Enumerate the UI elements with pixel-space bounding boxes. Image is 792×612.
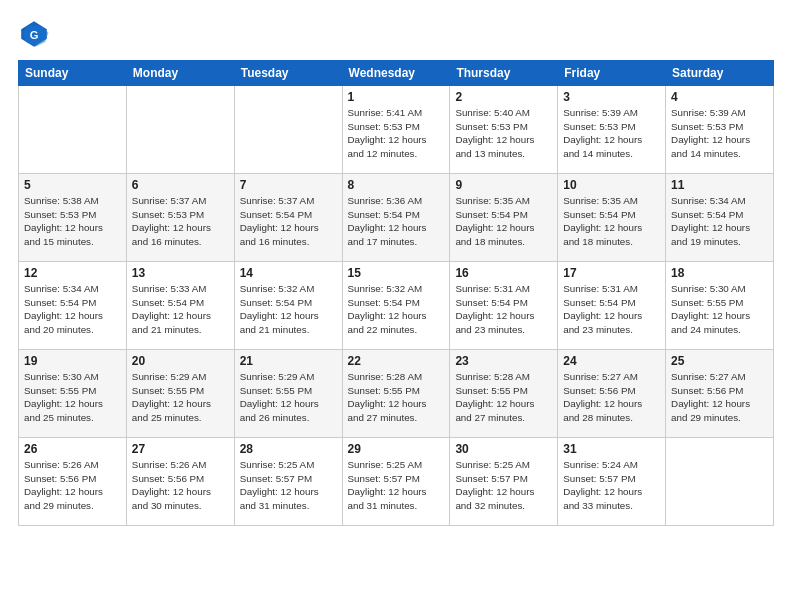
week-row-0: 1Sunrise: 5:41 AM Sunset: 5:53 PM Daylig… bbox=[19, 86, 774, 174]
day-cell: 14Sunrise: 5:32 AM Sunset: 5:54 PM Dayli… bbox=[234, 262, 342, 350]
week-row-2: 12Sunrise: 5:34 AM Sunset: 5:54 PM Dayli… bbox=[19, 262, 774, 350]
weekday-header-friday: Friday bbox=[558, 61, 666, 86]
day-info: Sunrise: 5:35 AM Sunset: 5:54 PM Dayligh… bbox=[563, 194, 660, 249]
day-number: 29 bbox=[348, 442, 445, 456]
day-info: Sunrise: 5:40 AM Sunset: 5:53 PM Dayligh… bbox=[455, 106, 552, 161]
weekday-header-saturday: Saturday bbox=[666, 61, 774, 86]
day-cell: 15Sunrise: 5:32 AM Sunset: 5:54 PM Dayli… bbox=[342, 262, 450, 350]
day-info: Sunrise: 5:26 AM Sunset: 5:56 PM Dayligh… bbox=[24, 458, 121, 513]
day-info: Sunrise: 5:28 AM Sunset: 5:55 PM Dayligh… bbox=[348, 370, 445, 425]
day-info: Sunrise: 5:36 AM Sunset: 5:54 PM Dayligh… bbox=[348, 194, 445, 249]
day-cell: 7Sunrise: 5:37 AM Sunset: 5:54 PM Daylig… bbox=[234, 174, 342, 262]
day-number: 7 bbox=[240, 178, 337, 192]
day-number: 19 bbox=[24, 354, 121, 368]
day-cell: 29Sunrise: 5:25 AM Sunset: 5:57 PM Dayli… bbox=[342, 438, 450, 526]
svg-text:G: G bbox=[30, 29, 39, 41]
day-number: 13 bbox=[132, 266, 229, 280]
weekday-header-thursday: Thursday bbox=[450, 61, 558, 86]
day-number: 21 bbox=[240, 354, 337, 368]
page: G SundayMondayTuesdayWednesdayThursdayFr… bbox=[0, 0, 792, 612]
day-info: Sunrise: 5:29 AM Sunset: 5:55 PM Dayligh… bbox=[132, 370, 229, 425]
day-info: Sunrise: 5:30 AM Sunset: 5:55 PM Dayligh… bbox=[24, 370, 121, 425]
day-cell: 1Sunrise: 5:41 AM Sunset: 5:53 PM Daylig… bbox=[342, 86, 450, 174]
day-cell bbox=[126, 86, 234, 174]
week-row-3: 19Sunrise: 5:30 AM Sunset: 5:55 PM Dayli… bbox=[19, 350, 774, 438]
calendar: SundayMondayTuesdayWednesdayThursdayFrid… bbox=[18, 60, 774, 526]
day-info: Sunrise: 5:28 AM Sunset: 5:55 PM Dayligh… bbox=[455, 370, 552, 425]
header: G bbox=[18, 18, 774, 50]
day-cell: 21Sunrise: 5:29 AM Sunset: 5:55 PM Dayli… bbox=[234, 350, 342, 438]
day-number: 11 bbox=[671, 178, 768, 192]
day-number: 23 bbox=[455, 354, 552, 368]
day-number: 10 bbox=[563, 178, 660, 192]
weekday-header-wednesday: Wednesday bbox=[342, 61, 450, 86]
day-info: Sunrise: 5:35 AM Sunset: 5:54 PM Dayligh… bbox=[455, 194, 552, 249]
day-cell: 13Sunrise: 5:33 AM Sunset: 5:54 PM Dayli… bbox=[126, 262, 234, 350]
day-info: Sunrise: 5:39 AM Sunset: 5:53 PM Dayligh… bbox=[563, 106, 660, 161]
day-cell: 18Sunrise: 5:30 AM Sunset: 5:55 PM Dayli… bbox=[666, 262, 774, 350]
day-number: 12 bbox=[24, 266, 121, 280]
day-cell: 24Sunrise: 5:27 AM Sunset: 5:56 PM Dayli… bbox=[558, 350, 666, 438]
day-cell: 6Sunrise: 5:37 AM Sunset: 5:53 PM Daylig… bbox=[126, 174, 234, 262]
day-cell: 4Sunrise: 5:39 AM Sunset: 5:53 PM Daylig… bbox=[666, 86, 774, 174]
day-cell: 5Sunrise: 5:38 AM Sunset: 5:53 PM Daylig… bbox=[19, 174, 127, 262]
day-cell: 31Sunrise: 5:24 AM Sunset: 5:57 PM Dayli… bbox=[558, 438, 666, 526]
day-number: 16 bbox=[455, 266, 552, 280]
day-number: 31 bbox=[563, 442, 660, 456]
day-number: 14 bbox=[240, 266, 337, 280]
day-info: Sunrise: 5:41 AM Sunset: 5:53 PM Dayligh… bbox=[348, 106, 445, 161]
day-cell: 3Sunrise: 5:39 AM Sunset: 5:53 PM Daylig… bbox=[558, 86, 666, 174]
day-cell bbox=[666, 438, 774, 526]
day-info: Sunrise: 5:31 AM Sunset: 5:54 PM Dayligh… bbox=[563, 282, 660, 337]
day-number: 8 bbox=[348, 178, 445, 192]
day-info: Sunrise: 5:31 AM Sunset: 5:54 PM Dayligh… bbox=[455, 282, 552, 337]
day-info: Sunrise: 5:25 AM Sunset: 5:57 PM Dayligh… bbox=[455, 458, 552, 513]
day-number: 9 bbox=[455, 178, 552, 192]
day-cell: 16Sunrise: 5:31 AM Sunset: 5:54 PM Dayli… bbox=[450, 262, 558, 350]
day-number: 2 bbox=[455, 90, 552, 104]
day-number: 27 bbox=[132, 442, 229, 456]
day-info: Sunrise: 5:27 AM Sunset: 5:56 PM Dayligh… bbox=[563, 370, 660, 425]
day-number: 24 bbox=[563, 354, 660, 368]
day-number: 30 bbox=[455, 442, 552, 456]
day-cell: 11Sunrise: 5:34 AM Sunset: 5:54 PM Dayli… bbox=[666, 174, 774, 262]
day-info: Sunrise: 5:29 AM Sunset: 5:55 PM Dayligh… bbox=[240, 370, 337, 425]
day-cell: 23Sunrise: 5:28 AM Sunset: 5:55 PM Dayli… bbox=[450, 350, 558, 438]
day-cell: 26Sunrise: 5:26 AM Sunset: 5:56 PM Dayli… bbox=[19, 438, 127, 526]
day-cell: 10Sunrise: 5:35 AM Sunset: 5:54 PM Dayli… bbox=[558, 174, 666, 262]
weekday-header-tuesday: Tuesday bbox=[234, 61, 342, 86]
day-cell: 28Sunrise: 5:25 AM Sunset: 5:57 PM Dayli… bbox=[234, 438, 342, 526]
day-info: Sunrise: 5:37 AM Sunset: 5:53 PM Dayligh… bbox=[132, 194, 229, 249]
weekday-header-row: SundayMondayTuesdayWednesdayThursdayFrid… bbox=[19, 61, 774, 86]
day-info: Sunrise: 5:25 AM Sunset: 5:57 PM Dayligh… bbox=[240, 458, 337, 513]
day-info: Sunrise: 5:25 AM Sunset: 5:57 PM Dayligh… bbox=[348, 458, 445, 513]
day-cell: 8Sunrise: 5:36 AM Sunset: 5:54 PM Daylig… bbox=[342, 174, 450, 262]
day-number: 4 bbox=[671, 90, 768, 104]
day-info: Sunrise: 5:33 AM Sunset: 5:54 PM Dayligh… bbox=[132, 282, 229, 337]
day-cell bbox=[234, 86, 342, 174]
day-cell bbox=[19, 86, 127, 174]
day-cell: 30Sunrise: 5:25 AM Sunset: 5:57 PM Dayli… bbox=[450, 438, 558, 526]
day-number: 28 bbox=[240, 442, 337, 456]
day-info: Sunrise: 5:30 AM Sunset: 5:55 PM Dayligh… bbox=[671, 282, 768, 337]
day-info: Sunrise: 5:32 AM Sunset: 5:54 PM Dayligh… bbox=[240, 282, 337, 337]
day-number: 5 bbox=[24, 178, 121, 192]
day-cell: 9Sunrise: 5:35 AM Sunset: 5:54 PM Daylig… bbox=[450, 174, 558, 262]
day-info: Sunrise: 5:34 AM Sunset: 5:54 PM Dayligh… bbox=[24, 282, 121, 337]
week-row-1: 5Sunrise: 5:38 AM Sunset: 5:53 PM Daylig… bbox=[19, 174, 774, 262]
day-info: Sunrise: 5:26 AM Sunset: 5:56 PM Dayligh… bbox=[132, 458, 229, 513]
logo: G bbox=[18, 18, 54, 50]
day-cell: 2Sunrise: 5:40 AM Sunset: 5:53 PM Daylig… bbox=[450, 86, 558, 174]
day-cell: 27Sunrise: 5:26 AM Sunset: 5:56 PM Dayli… bbox=[126, 438, 234, 526]
day-number: 20 bbox=[132, 354, 229, 368]
day-number: 6 bbox=[132, 178, 229, 192]
day-number: 22 bbox=[348, 354, 445, 368]
day-cell: 25Sunrise: 5:27 AM Sunset: 5:56 PM Dayli… bbox=[666, 350, 774, 438]
day-info: Sunrise: 5:37 AM Sunset: 5:54 PM Dayligh… bbox=[240, 194, 337, 249]
week-row-4: 26Sunrise: 5:26 AM Sunset: 5:56 PM Dayli… bbox=[19, 438, 774, 526]
day-cell: 20Sunrise: 5:29 AM Sunset: 5:55 PM Dayli… bbox=[126, 350, 234, 438]
day-number: 18 bbox=[671, 266, 768, 280]
day-number: 1 bbox=[348, 90, 445, 104]
day-number: 25 bbox=[671, 354, 768, 368]
day-number: 15 bbox=[348, 266, 445, 280]
